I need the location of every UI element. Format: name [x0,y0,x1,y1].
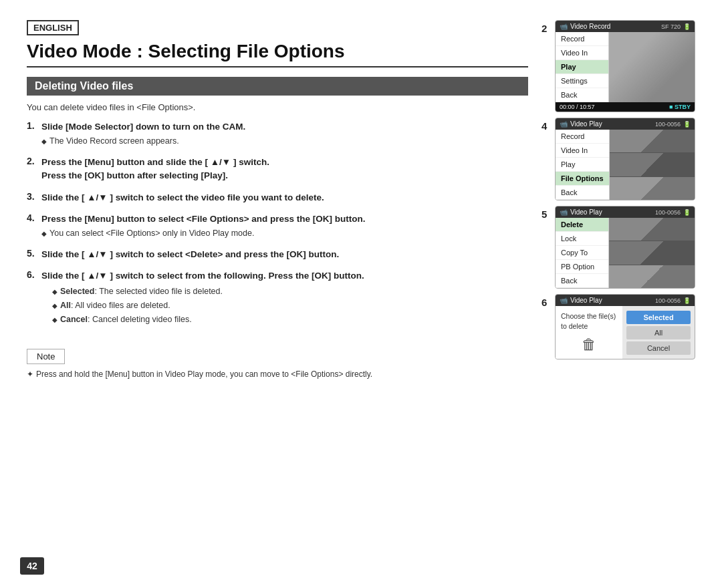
panel-5-images [609,218,695,288]
step-1: 1. Slide [Mode Selector] down to turn on… [27,120,528,148]
diamond-icon-6a: ◆ [52,287,57,297]
panel-4-title: Video Play [570,120,652,128]
panel-6-header: 📹 Video Play 100-0056 🔋 [556,295,695,306]
step-6-subnote-2: All: All video files are deleted. [60,299,170,312]
video-icon-5: 📹 [560,208,568,216]
panel-6-options: Selected All Cancel [622,306,695,359]
step-3-text: Slide the [ ▲/▼ ] switch to select the v… [41,192,324,202]
panel-4-img2 [610,153,695,176]
diamond-icon-6b: ◆ [52,301,57,311]
panel-6-choose-text: Choose the file(s)to delete [561,311,617,331]
menu-2-back: Back [556,88,608,102]
panel-2-status: 00:00 / 10:57 ■ STBY [556,102,695,112]
step-1-subnote: The Video Record screen appears. [49,135,179,148]
step-1-text: Slide [Mode Selector] down to turn on th… [41,122,245,132]
panel-5-info: 100-0056 [655,209,681,216]
menu-4-play: Play [556,158,609,172]
video-icon-2: 📹 [560,23,568,30]
step-num-4: 4. [27,212,37,240]
footer-asterisk: ✦ [27,370,33,379]
panel-2-menu: Record Video In Play Settings Back [556,32,609,102]
panel-4-wrapper: 4 📹 Video Play 100-0056 🔋 Record Video I… [555,118,695,200]
menu-2-settings: Settings [556,74,608,88]
step-4-subnote: You can select <File Options> only in Vi… [49,227,254,240]
step-4-text: Press the [Menu] button to select <File … [41,214,366,224]
note-box: Note [27,349,65,364]
step-2: 2. Press the [Menu] button and slide the… [27,156,528,183]
footer-note: ✦ Press and hold the [Menu] button in Vi… [27,370,528,379]
panel-5-wrapper: 5 📹 Video Play 100-0056 🔋 Delete Lock Co… [555,206,695,289]
panel-4-body: Record Video In Play File Options Back [556,130,695,200]
panel-6-info: 100-0056 [655,297,681,304]
panel-5-img2 [609,241,695,264]
intro-text: You can delete video files in <File Opti… [27,102,528,112]
step-6-subnote-3: Cancel: Cancel deleting video files. [60,313,192,326]
panel-4-menu: Record Video In Play File Options Back [556,130,610,200]
language-badge: ENGLISH [27,20,79,35]
panel-4-battery: 🔋 [683,121,691,128]
option-selected: Selected [626,311,691,324]
menu-4-back: Back [556,186,609,200]
panel-2-battery: 🔋 [683,23,691,30]
panel-5-img3 [609,265,695,288]
step-num-6: 6. [27,269,37,326]
step-4: 4. Press the [Menu] button to select <Fi… [27,212,528,240]
panel-2-stby: ■ STBY [669,104,691,110]
main-content: ENGLISH Video Mode : Selecting File Opti… [27,20,528,379]
diamond-icon-1: ◆ [41,136,47,146]
page-number: 42 [20,557,44,575]
trash-icon: 🗑 [561,336,617,353]
step-num-2: 2. [27,156,37,183]
option-all: All [626,326,691,339]
step-6: 6. Slide the [ ▲/▼ ] switch to select fr… [27,269,528,326]
panel-5: 📹 Video Play 100-0056 🔋 Delete Lock Copy… [555,206,695,289]
panel-4: 📹 Video Play 100-0056 🔋 Record Video In … [555,118,695,200]
menu-5-delete: Delete [556,218,608,232]
panel-4-step-num: 4 [542,120,547,132]
panel-4-images [610,130,695,200]
step-5-text: Slide the [ ▲/▼ ] switch to select <Dele… [41,249,339,259]
menu-5-back: Back [556,274,608,288]
panel-2-step-num: 2 [542,23,547,34]
panel-2-header: 📹 Video Record SF 720 🔋 [556,21,695,32]
panel-2-image [609,32,695,102]
panel-6-body: Choose the file(s)to delete 🗑 Selected A… [556,306,695,359]
section-header: Deleting Video files [27,77,528,96]
menu-4-video-in: Video In [556,144,609,158]
step-6-text: Slide the [ ▲/▼ ] switch to select from … [41,271,364,281]
diamond-icon-4: ◆ [41,229,47,239]
step-6-subnote-1: Selected: The selected video file is del… [60,285,223,298]
menu-5-pb-option: PB Option [556,260,608,274]
panel-5-step-num: 5 [542,208,547,220]
panel-4-img3 [610,177,695,200]
panel-5-menu: Delete Lock Copy To PB Option Back [556,218,609,288]
menu-5-lock: Lock [556,232,608,246]
video-icon-6: 📹 [560,297,568,304]
diamond-icon-6c: ◆ [52,315,57,325]
panel-2: 📹 Video Record SF 720 🔋 Record Video In … [555,20,695,112]
menu-2-play: Play [556,60,608,74]
step-num-5: 5. [27,248,37,261]
video-icon-4: 📹 [560,120,568,128]
option-cancel: Cancel [626,341,691,355]
menu-2-video-in: Video In [556,46,608,60]
step-num-1: 1. [27,120,37,148]
step-3: 3. Slide the [ ▲/▼ ] switch to select th… [27,191,528,204]
panel-2-title: Video Record [570,23,658,30]
panel-4-img1 [610,130,695,152]
panel-6: 📹 Video Play 100-0056 🔋 Choose the file(… [555,294,695,359]
panel-5-battery: 🔋 [683,209,691,216]
panel-2-info: SF 720 [661,23,681,30]
menu-2-record: Record [556,32,608,46]
menu-4-file-options: File Options [556,172,609,186]
panel-4-info: 100-0056 [655,121,681,128]
panel-6-wrapper: 6 📹 Video Play 100-0056 🔋 Choose the fil… [555,294,695,359]
panel-5-body: Delete Lock Copy To PB Option Back [556,218,695,288]
page-title: Video Mode : Selecting File Options [27,41,528,67]
panel-6-battery: 🔋 [683,297,691,304]
step-num-3: 3. [27,191,37,204]
panel-2-body: Record Video In Play Settings Back [556,32,695,102]
panel-5-img1 [609,218,695,241]
panel-6-title: Video Play [570,297,652,304]
menu-4-record: Record [556,130,609,144]
